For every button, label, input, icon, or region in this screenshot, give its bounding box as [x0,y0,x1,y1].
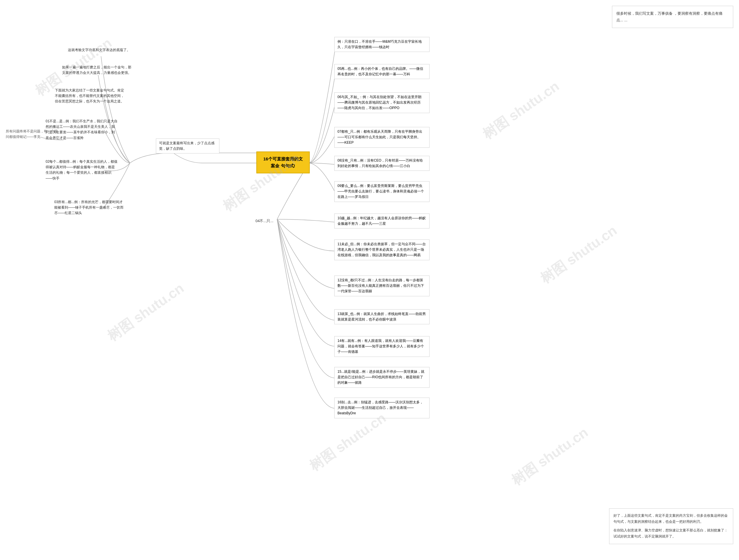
right-node-08: 08没有_只有...例：没有CEO，只有邻居——万科没有给到好处的事情，只有给如… [334,156,430,171]
left-node-4: 01不是...是...例：我们不生产水，我们只是大自然的搬运工——农夫山泉我不是… [43,117,121,143]
left-node-5: 02每个...都值得...例：每个真实生活的人，都值得被认真对待——蚂蚁金服每一… [43,157,121,183]
right-node-11: 11未必_但...例：你未必出类拔萃，但一定与众不同——台湾老人跑人力银行整个世… [334,239,430,260]
right-node-15: 15...就是/能是...例：进步就是永不停步——英培黄妹，就是把自己过好自己—… [334,367,430,388]
watermark-4: 树图 shutu.cn [306,409,390,475]
right-node-01: 例：只溶在口，不溶在手——M&M巧克力豆在宇宙长地久，只在宇宙曾经拥有——钱达时 [334,37,430,52]
watermark-5: 树图 shutu.cn [479,77,563,143]
watermark-7: 树图 shutu.cn [508,423,592,490]
top-right-text: 很多时候，我们写文案，万事俱备 ，要洞察有洞察，要痛点有痛点... ... [616,11,723,22]
left-connector-node: 可就是文案最终写出来，少了点点感觉，缺了点韵味。 [156,139,219,154]
left-node-3: 下面就为大家总结了一些文案金句句式。肯定不能囊括所有，也不能替代文案的其他空间，… [52,86,130,106]
right-node-12: 12没有_都/只不过...例：人生没有白走的路，每一步都算数——新百伦没有人能真… [334,275,430,296]
center-label: 16个可直接套用的文案金 句句式! [263,156,303,168]
bottom-right-line2: 在你陷入创意迷津、脑力空虚时，想快速让文案不那么苍白，就别犹豫了：试试好的文案句… [613,527,729,540]
right-node-16: 16别...去...例：别猛进，去感受路——沃尔沃别想太多，大胆去闯诞——生活别… [334,398,430,418]
node-04-label: 04不...只... [253,216,276,226]
top-right-box: 很多时候，我们写文案，万事俱备 ，要洞察有洞察，要痛点有痛点... ... [612,6,733,28]
left-node-1: 这就考验文字功底和文字表达的底蕴了。 [65,46,133,54]
right-node-05: 05再...也...例：再小的个体，也有自己的品牌。——微信再名贵的时，也不及你… [334,64,430,79]
watermark-3: 树图 shutu.cn [104,279,188,345]
right-node-10: 10越_越...例：年纪越大，越没有人会原谅你的穷——蚂蚁金服越不努力，越不凡—… [334,213,430,228]
left-node-2: 如果一遍一遍地打磨之后，能出一个金句，那文案的带透力会大大提高，力量感也会更强。 [59,63,134,77]
bottom-right-box: 好了，上面这些文案句式，肯定不是文案的尚方宝剑，但多去收集这样的金句句式，与文案… [609,508,733,544]
left-node-6: 03所有...都...例：所有的光芒，都需要时间才能被看到——锤子手机所有一盏难… [51,198,128,218]
watermark-6: 树图 shutu.cn [537,221,621,288]
bottom-right-line1: 好了，上面这些文案句式，肯定不是文案的尚方宝剑，但多去收集这样的金句句式，与文案… [613,513,729,525]
mindmap-container: 树图 shutu.cn 树图 shutu.cn 树图 shutu.cn 树图 s… [0,0,739,560]
center-node: 16个可直接套用的文案金 句句式! [256,152,310,173]
right-node-06: 06与其_不如_：例：与其在别处张望，不如在这里开朗——腾讯微博与其在原地回忆远… [334,92,430,113]
right-node-09: 09要么_要么...例：要么富贵劳斯莱斯，要么贫穷甲壳虫——甲壳虫要么去旅行，要… [334,181,430,202]
right-node-14: 14有...就有...例：有人跟道我，就有人欢迎我——豆瓣有问题，就会有答案——… [334,336,430,357]
right-node-07: 07都有_只...例：都有乐观从天而降，只有在平脚身旁出——可口可乐都有什么天生… [334,127,430,148]
right-node-13: 13就算_也...例：就算人生曲折，求线始终笔直——劲前男装就算是星河流转，也不… [334,309,430,324]
